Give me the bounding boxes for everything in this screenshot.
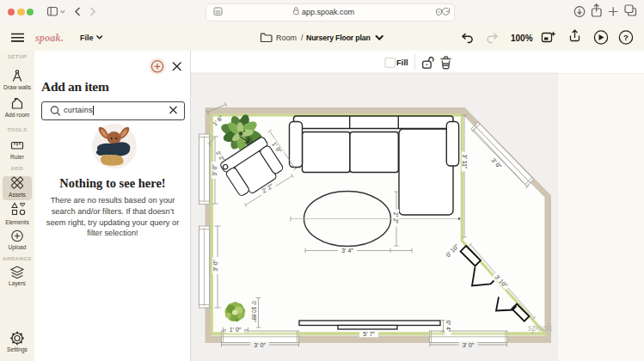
svg-text:spoak.: spoak. <box>34 32 64 44</box>
svg-text:3′ 0″: 3′ 0″ <box>254 342 266 348</box>
svg-text:app.spoak.com: app.spoak.com <box>302 8 354 16</box>
svg-text:Fill: Fill <box>396 58 408 67</box>
svg-text:Nursery Floor plan: Nursery Floor plan <box>306 34 371 42</box>
svg-text:0′ 4″: 0′ 4″ <box>445 321 451 333</box>
svg-text:2′ 2″: 2′ 2″ <box>393 212 399 224</box>
svg-text:3′ 0″: 3′ 0″ <box>463 342 475 348</box>
svg-text:Room /: Room / <box>276 34 304 42</box>
svg-text:5′ 7″: 5′ 7″ <box>363 331 375 337</box>
svg-text:spoak: spoak <box>528 322 553 333</box>
svg-text:3′ 11″: 3′ 11″ <box>462 155 468 169</box>
svg-text:File: File <box>80 34 94 42</box>
svg-text:0′ 10.88″: 0′ 10.88″ <box>251 301 257 322</box>
svg-text:100%: 100% <box>511 34 533 43</box>
svg-text:3′ 4″: 3′ 4″ <box>341 248 353 254</box>
svg-text:3′ 0″: 3′ 0″ <box>212 260 218 272</box>
svg-text:1′ 0″: 1′ 0″ <box>230 327 242 333</box>
svg-text:?: ? <box>623 33 629 42</box>
svg-text:3′ 0″: 3′ 0″ <box>212 164 218 176</box>
